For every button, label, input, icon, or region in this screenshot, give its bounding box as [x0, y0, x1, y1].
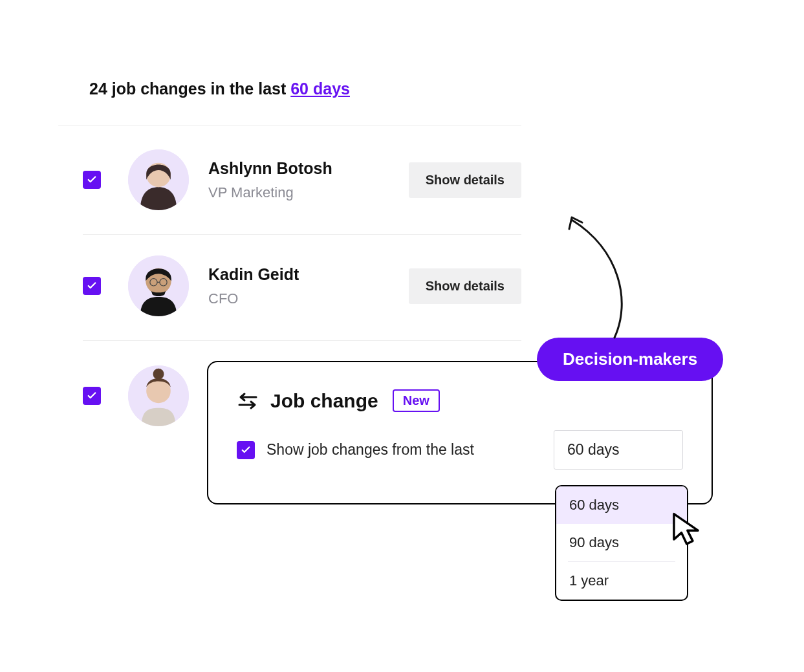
show-details-button[interactable]: Show details: [409, 162, 521, 198]
divider: [58, 125, 521, 126]
select-checkbox[interactable]: [83, 387, 101, 405]
divider: [83, 340, 521, 341]
show-job-changes-label: Show job changes from the last: [266, 441, 554, 459]
check-icon: [240, 444, 252, 456]
person-row: Kadin Geidt CFO Show details: [83, 244, 521, 327]
job-changes-heading: 24 job changes in the last 60 days: [89, 80, 350, 98]
job-changes-text: job changes in the last: [112, 80, 287, 98]
period-option-1-year[interactable]: 1 year: [556, 562, 687, 600]
person-text: Kadin Geidt CFO: [208, 265, 409, 307]
check-icon: [86, 280, 98, 292]
show-job-changes-checkbox[interactable]: [237, 441, 255, 459]
person-name: Ashlynn Botosh: [208, 159, 409, 178]
avatar: [128, 149, 189, 210]
new-badge: New: [393, 389, 440, 412]
panel-header: Job change New: [237, 389, 683, 412]
panel-row: Show job changes from the last 60 days: [237, 430, 683, 470]
person-row: Ashlynn Botosh VP Marketing Show details: [83, 138, 521, 221]
period-dropdown: 60 days 90 days 1 year: [555, 485, 688, 601]
person-title: VP Marketing: [208, 184, 409, 201]
person-title: CFO: [208, 290, 409, 307]
person-name: Kadin Geidt: [208, 265, 409, 284]
cursor-icon: [669, 511, 707, 548]
period-option-60-days[interactable]: 60 days: [556, 486, 687, 524]
svg-point-9: [153, 369, 164, 380]
check-icon: [86, 174, 98, 186]
panel-title: Job change: [270, 390, 378, 412]
decision-makers-pill[interactable]: Decision-makers: [537, 338, 723, 381]
annotation-arrow-icon: [563, 211, 640, 340]
job-changes-count: 24: [89, 80, 107, 98]
show-details-button[interactable]: Show details: [409, 268, 521, 304]
select-checkbox[interactable]: [83, 171, 101, 189]
person-text: Ashlynn Botosh VP Marketing: [208, 159, 409, 201]
swap-icon: [237, 391, 259, 411]
avatar: [128, 255, 189, 316]
job-change-panel: Job change New Show job changes from the…: [207, 361, 713, 504]
period-option-90-days[interactable]: 90 days: [556, 524, 687, 561]
avatar: [128, 365, 189, 426]
period-select[interactable]: 60 days: [554, 430, 683, 470]
divider: [83, 234, 521, 235]
period-link[interactable]: 60 days: [290, 80, 350, 98]
check-icon: [86, 390, 98, 402]
select-checkbox[interactable]: [83, 277, 101, 295]
